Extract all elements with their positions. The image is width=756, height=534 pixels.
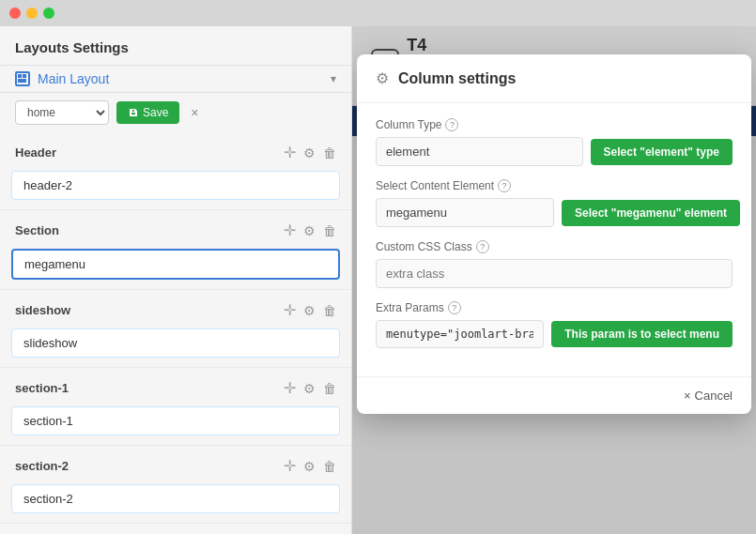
slideshow-item[interactable]: slideshow	[11, 328, 340, 358]
section2-block: section-2 ✛ ⚙ 🗑 section-2	[0, 446, 351, 524]
modal-title: Column settings	[398, 70, 516, 87]
section-section-actions: ✛ ⚙ 🗑	[284, 221, 336, 239]
modal-footer: × Cancel	[357, 376, 751, 414]
section1-settings-icon[interactable]: ⚙	[303, 381, 316, 396]
section2-actions: ✛ ⚙ 🗑	[284, 457, 336, 475]
extra-params-label: Extra Params ?	[376, 301, 733, 314]
modal-overlay: ⚙ Column settings Column Type ? Select "…	[352, 26, 756, 534]
main-layout-row: Main Layout ▾	[0, 65, 351, 93]
maximize-window-button[interactable]	[43, 8, 54, 19]
close-button[interactable]: ×	[191, 105, 198, 120]
section2-header: section-2 ✛ ⚙ 🗑	[0, 451, 351, 481]
slideshow-section-actions: ✛ ⚙ 🗑	[284, 301, 336, 319]
content-element-row: Select "megamenu" element	[376, 198, 733, 227]
title-bar	[0, 0, 756, 26]
content-element-group: Select Content Element ? Select "megamen…	[376, 179, 733, 227]
home-row: home Save ×	[0, 93, 351, 132]
column-type-label: Column Type ?	[376, 118, 733, 131]
header-section-actions: ✛ ⚙ 🗑	[284, 144, 336, 161]
minimize-window-button[interactable]	[26, 8, 38, 19]
content-element-label: Select Content Element ?	[376, 179, 733, 192]
slideshow-settings-icon[interactable]: ⚙	[303, 303, 316, 318]
column-settings-modal: ⚙ Column settings Column Type ? Select "…	[357, 54, 751, 414]
section3-header: section-3 ✛ ⚙ 🗑	[0, 529, 351, 534]
chevron-down-icon: ▾	[331, 72, 336, 85]
select-menu-button[interactable]: This param is to select menu	[551, 321, 733, 347]
svg-rect-2	[18, 79, 26, 83]
section-section-label: Section	[15, 223, 59, 237]
slideshow-section-label: sideshow	[15, 303, 70, 317]
svg-rect-0	[18, 74, 22, 78]
section1-add-icon[interactable]: ✛	[284, 379, 296, 397]
section3-block: section-3 ✛ ⚙ 🗑 section-3	[0, 524, 351, 534]
section-settings-icon[interactable]: ⚙	[303, 223, 316, 238]
css-class-input[interactable]	[376, 259, 733, 288]
modal-header: ⚙ Column settings	[357, 54, 751, 103]
section1-header: section-1 ✛ ⚙ 🗑	[0, 374, 351, 403]
section2-add-icon[interactable]: ✛	[284, 457, 296, 475]
section2-delete-icon[interactable]: 🗑	[323, 459, 336, 474]
header-delete-icon[interactable]: 🗑	[323, 145, 336, 160]
header-section-block: Header ✛ ⚙ 🗑 header-2	[0, 132, 351, 210]
header-section-header: Header ✛ ⚙ 🗑	[0, 138, 351, 167]
section2-settings-icon[interactable]: ⚙	[303, 459, 316, 474]
section1-block: section-1 ✛ ⚙ 🗑 section-1	[0, 368, 351, 446]
extra-params-row: This param is to select menu	[376, 320, 733, 348]
css-class-help-icon[interactable]: ?	[476, 240, 489, 253]
left-panel: Layouts Settings Main Layout ▾ home Save…	[0, 26, 352, 534]
select-megamenu-button[interactable]: Select "megamenu" element	[562, 200, 740, 226]
header-item[interactable]: header-2	[11, 171, 340, 200]
section-add-icon[interactable]: ✛	[284, 221, 296, 239]
main-layout-label: Main Layout	[38, 71, 109, 86]
main-layout-toggle[interactable]: Main Layout	[15, 71, 109, 86]
cancel-icon: ×	[684, 389, 691, 403]
column-type-row: Select "element" type	[376, 137, 733, 166]
slideshow-section-header: sideshow ✛ ⚙ 🗑	[0, 296, 351, 325]
header-section-label: Header	[15, 145, 56, 160]
column-type-help-icon[interactable]: ?	[445, 118, 458, 131]
right-panel: T4 Blank Joomla 3 & 4 Ready JoomlArt Sha…	[352, 26, 756, 534]
gear-icon: ⚙	[376, 69, 389, 87]
extra-params-input[interactable]	[376, 320, 544, 348]
home-select[interactable]: home	[15, 100, 109, 125]
header-settings-icon[interactable]: ⚙	[303, 145, 316, 160]
section1-delete-icon[interactable]: 🗑	[323, 381, 336, 396]
section2-item[interactable]: section-2	[11, 484, 340, 513]
header-add-icon[interactable]: ✛	[284, 144, 296, 161]
section1-item[interactable]: section-1	[11, 406, 340, 435]
css-class-label: Custom CSS Class ?	[376, 240, 733, 253]
extra-params-help-icon[interactable]: ?	[448, 301, 461, 314]
cancel-button[interactable]: × Cancel	[684, 389, 733, 403]
section1-label: section-1	[15, 381, 69, 395]
panel-title: Layouts Settings	[0, 26, 351, 65]
column-type-input[interactable]	[376, 137, 583, 166]
save-button[interactable]: Save	[116, 101, 179, 124]
layout-icon	[15, 71, 30, 86]
section-section-header: Section ✛ ⚙ 🗑	[0, 216, 351, 245]
section-item-megamenu[interactable]: megamenu	[11, 249, 340, 280]
slideshow-add-icon[interactable]: ✛	[284, 301, 296, 319]
extra-params-group: Extra Params ? This param is to select m…	[376, 301, 733, 348]
section-delete-icon[interactable]: 🗑	[323, 223, 336, 238]
modal-body: Column Type ? Select "element" type Sele…	[357, 103, 751, 376]
css-class-group: Custom CSS Class ?	[376, 240, 733, 288]
content-element-input[interactable]	[376, 198, 554, 227]
slideshow-delete-icon[interactable]: 🗑	[323, 303, 336, 318]
main-container: Layouts Settings Main Layout ▾ home Save…	[0, 26, 756, 534]
section1-actions: ✛ ⚙ 🗑	[284, 379, 336, 397]
close-window-button[interactable]	[9, 8, 21, 19]
slideshow-section-block: sideshow ✛ ⚙ 🗑 slideshow	[0, 290, 351, 368]
svg-rect-1	[23, 74, 26, 78]
select-element-type-button[interactable]: Select "element" type	[591, 139, 733, 165]
content-element-help-icon[interactable]: ?	[498, 179, 511, 192]
section-block: Section ✛ ⚙ 🗑 megamenu	[0, 210, 351, 290]
column-type-group: Column Type ? Select "element" type	[376, 118, 733, 166]
section2-label: section-2	[15, 459, 69, 473]
